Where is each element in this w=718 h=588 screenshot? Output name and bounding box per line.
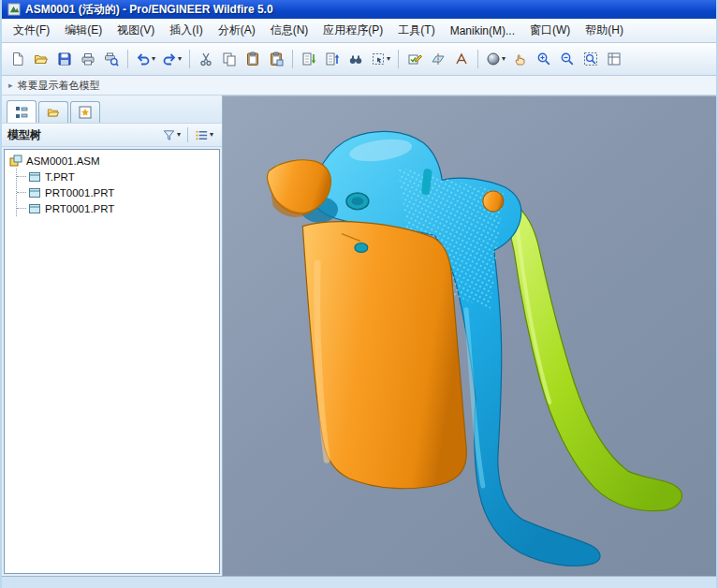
print-button[interactable] (77, 48, 99, 70)
print-icon (81, 51, 95, 66)
menu-item-edit[interactable]: 编辑(E) (57, 20, 110, 41)
menu-item-tools[interactable]: 工具(T) (390, 20, 442, 41)
render-style-button[interactable]: ▾ (483, 48, 508, 70)
folder-tab-icon (47, 106, 60, 119)
paste-special-icon (269, 51, 284, 66)
main-toolbar: ▾ ▾ ▾ ▾ (2, 43, 716, 76)
filter-funnel-icon (162, 128, 176, 142)
favorites-tab-icon (79, 106, 92, 119)
select-button[interactable]: ▾ (368, 48, 393, 70)
render-style-dropdown-caret[interactable]: ▾ (502, 55, 506, 63)
paste-button[interactable] (242, 48, 264, 70)
datum-display-button[interactable] (427, 48, 449, 70)
tree-item-part[interactable]: PRT0001.PRT (17, 200, 217, 216)
undo-dropdown-caret[interactable]: ▾ (152, 55, 155, 63)
app-window: ASM0001 (活动的) - Pro/ENGINEER Wildfire 5.… (0, 0, 718, 588)
tree-item-label: ASM0001.ASM (26, 155, 100, 167)
model-3d (223, 96, 716, 576)
part-icon (28, 186, 41, 199)
orange-pin[interactable] (483, 191, 504, 212)
refit-button[interactable] (579, 48, 602, 70)
save-button[interactable] (53, 48, 76, 70)
regenerate-button[interactable] (298, 48, 320, 70)
menu-item-window[interactable]: 窗口(W) (522, 20, 578, 41)
menu-item-applications[interactable]: 应用程序(P) (315, 20, 390, 41)
navigator-panel: 模型树 ▾ ▾ ASM0001.ASM T.PRT PRT0 (2, 96, 223, 576)
menu-item-view[interactable]: 视图(V) (110, 20, 162, 41)
tree-settings-button[interactable]: ▾ (192, 126, 216, 144)
new-icon (10, 51, 25, 66)
update-icon (325, 51, 340, 66)
menu-item-help[interactable]: 帮助(H) (578, 20, 631, 41)
window-title: ASM0001 (活动的) - Pro/ENGINEER Wildfire 5.… (25, 2, 273, 18)
view-manager-button[interactable] (603, 48, 625, 70)
model-tree[interactable]: ASM0001.ASM T.PRT PRT0001.PRT PRT0001.PR… (4, 149, 220, 574)
toolbar-separator (127, 50, 128, 68)
select-dropdown-caret[interactable]: ▾ (387, 55, 390, 63)
message-bullet-icon: ▸ (8, 81, 13, 90)
message-text: 将要显示着色模型 (18, 79, 100, 93)
copy-icon (222, 51, 237, 66)
menu-item-manikin[interactable]: Manikin(M)... (443, 22, 522, 40)
graphics-viewport[interactable] (223, 96, 716, 576)
redo-dropdown-caret[interactable]: ▾ (178, 55, 182, 63)
tree-item-assembly[interactable]: ASM0001.ASM (7, 153, 217, 169)
update-button[interactable] (321, 48, 344, 70)
redo-button[interactable]: ▾ (159, 48, 184, 70)
spin-hand-icon (513, 51, 528, 66)
tree-item-part[interactable]: T.PRT (17, 169, 217, 184)
toolbar-separator (477, 50, 478, 68)
tree-item-label: T.PRT (45, 171, 75, 183)
model-tree-header: 模型树 ▾ ▾ (2, 123, 222, 147)
cut-button[interactable] (195, 48, 217, 70)
pivot-screw-center (351, 197, 363, 205)
zoom-in-icon (536, 51, 551, 66)
model-tree-tab-icon (15, 106, 28, 119)
tab-favorites[interactable] (70, 101, 100, 123)
zoom-in-button[interactable] (533, 48, 555, 70)
new-button[interactable] (7, 48, 29, 70)
tree-filter-button[interactable]: ▾ (159, 126, 183, 144)
tab-folder-browser[interactable] (38, 101, 68, 123)
header-separator (187, 127, 188, 142)
menu-item-analysis[interactable]: 分析(A) (211, 20, 263, 41)
tree-filter-caret[interactable]: ▾ (177, 131, 181, 139)
display-filter-button[interactable] (403, 48, 426, 70)
toolbar-separator (189, 50, 190, 68)
status-bar (2, 576, 716, 588)
model-tree-title: 模型树 (7, 127, 159, 143)
search-icon (348, 51, 363, 66)
title-bar[interactable]: ASM0001 (活动的) - Pro/ENGINEER Wildfire 5.… (2, 0, 716, 19)
toolbar-separator (292, 50, 293, 68)
message-bar: ▸ 将要显示着色模型 (2, 76, 716, 96)
open-icon (34, 51, 49, 66)
copy-button[interactable] (218, 48, 241, 70)
tree-item-part[interactable]: PRT0001.PRT (17, 184, 217, 200)
search-button[interactable] (344, 48, 367, 70)
display-filter-icon (407, 51, 422, 66)
orange-hole[interactable] (355, 243, 368, 252)
paste-special-button[interactable] (265, 48, 287, 70)
green-handle[interactable] (506, 200, 681, 511)
tree-settings-caret[interactable]: ▾ (210, 131, 213, 139)
undo-icon (136, 51, 151, 66)
menu-item-file[interactable]: 文件(F) (6, 20, 57, 41)
spin-button[interactable] (509, 48, 532, 70)
cut-icon (198, 51, 213, 66)
menu-item-insert[interactable]: 插入(I) (162, 20, 210, 41)
content-area: 模型树 ▾ ▾ ASM0001.ASM T.PRT PRT0 (2, 96, 716, 576)
save-icon (57, 51, 72, 66)
annotation-display-icon (454, 51, 469, 66)
tab-model-tree[interactable] (7, 100, 37, 123)
print-preview-button[interactable] (100, 48, 123, 70)
annotation-display-button[interactable] (450, 48, 473, 70)
regenerate-icon (301, 51, 316, 66)
menu-item-info[interactable]: 信息(N) (263, 20, 316, 41)
refit-icon (583, 51, 598, 66)
paste-icon (245, 51, 260, 66)
print-preview-icon (104, 51, 119, 66)
undo-button[interactable]: ▾ (133, 48, 158, 70)
open-button[interactable] (30, 48, 52, 70)
render-style-icon (486, 51, 501, 66)
zoom-out-button[interactable] (556, 48, 579, 70)
